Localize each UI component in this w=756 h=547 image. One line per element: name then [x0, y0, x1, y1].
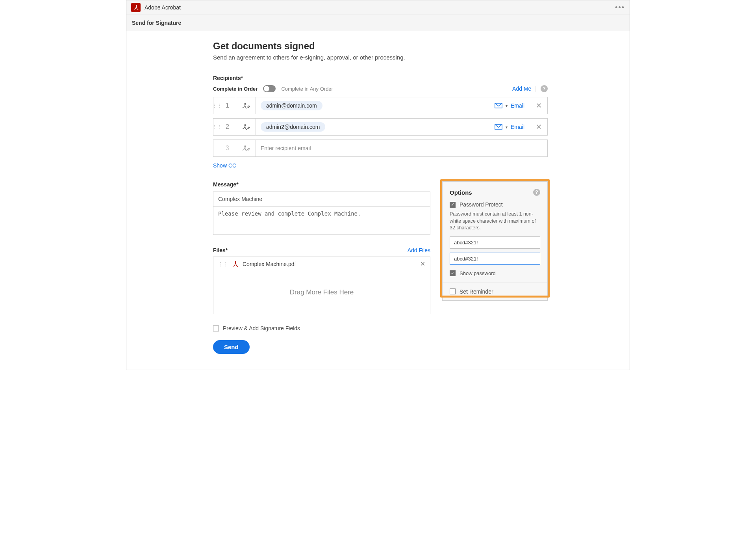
recipient-number: 3 [219, 140, 236, 156]
recipients-help-icon[interactable]: ? [541, 85, 548, 92]
show-password-label: Show password [460, 270, 496, 276]
complete-in-order-label: Complete in Order [213, 86, 258, 92]
files-box: ⋮⋮ Complex Machine.pdf ✕ Drag More Files… [213, 257, 430, 314]
delivery-method-dropdown[interactable]: ▾ Email [489, 119, 530, 135]
recipient-number: 1 [219, 97, 236, 114]
complete-any-order-label: Complete in Any Order [281, 86, 333, 92]
signer-role-icon[interactable] [236, 119, 256, 135]
options-title: Options [450, 189, 472, 196]
recipient-email-input[interactable]: Enter recipient email [256, 140, 547, 156]
envelope-icon [495, 103, 502, 108]
remove-file-icon[interactable]: ✕ [420, 260, 425, 268]
page-subtitle: Send an agreement to others for e-signin… [213, 54, 548, 61]
recipient-email-field[interactable]: admin2@domain.com [256, 119, 489, 135]
chevron-down-icon: ▾ [506, 125, 508, 129]
message-label: Message* [213, 181, 430, 188]
file-row: ⋮⋮ Complex Machine.pdf ✕ [213, 257, 430, 271]
pdf-icon [232, 260, 239, 268]
add-files-link[interactable]: Add Files [408, 247, 430, 253]
signer-role-icon[interactable] [236, 97, 256, 114]
recipient-row-empty: 3 Enter recipient email [213, 140, 548, 157]
page-title: Get documents signed [213, 41, 548, 52]
titlebar: Adobe Acrobat ••• [126, 0, 630, 15]
signer-role-icon[interactable] [236, 140, 256, 156]
envelope-icon [495, 124, 502, 130]
recipient-number: 2 [219, 119, 236, 135]
options-help-icon[interactable]: ? [533, 189, 540, 196]
password-confirm-input[interactable] [450, 253, 540, 265]
preview-label: Preview & Add Signature Fields [223, 325, 300, 331]
recipients-label: Recipients* [213, 75, 548, 81]
send-button[interactable]: Send [213, 340, 250, 354]
drag-handle-icon[interactable]: ⋮⋮ [213, 97, 219, 114]
set-reminder-checkbox[interactable] [450, 288, 456, 294]
password-protect-label: Password Protect [460, 201, 503, 208]
more-menu-icon[interactable]: ••• [615, 4, 625, 12]
chevron-down-icon: ▾ [506, 104, 508, 108]
add-me-link[interactable]: Add Me [512, 86, 531, 92]
preview-checkbox[interactable] [213, 326, 219, 331]
options-panel: Options ? ✓ Password Protect Password mu… [442, 181, 548, 301]
drag-handle-icon[interactable]: ⋮⋮ [218, 261, 228, 267]
show-cc-link[interactable]: Show CC [213, 162, 236, 169]
remove-recipient-icon[interactable]: ✕ [530, 97, 547, 114]
app-title: Adobe Acrobat [145, 4, 181, 11]
set-reminder-label: Set Reminder [460, 288, 493, 295]
recipient-row: ⋮⋮ 2 admin2@domain.com ▾ Email ✕ [213, 118, 548, 136]
delivery-method-dropdown[interactable]: ▾ Email [489, 97, 530, 114]
show-password-checkbox[interactable]: ✓ [450, 270, 456, 276]
subheader: Send for Signature [126, 15, 630, 31]
order-toggle[interactable] [263, 85, 276, 92]
message-body-input[interactable] [213, 207, 430, 235]
files-label: Files* [213, 247, 228, 253]
acrobat-app-icon [131, 3, 141, 12]
message-subject-input[interactable] [213, 192, 430, 207]
drag-handle-icon[interactable]: ⋮⋮ [213, 119, 219, 135]
remove-recipient-icon[interactable]: ✕ [530, 119, 547, 135]
password-protect-checkbox[interactable]: ✓ [450, 202, 456, 208]
file-drop-area[interactable]: Drag More Files Here [213, 271, 430, 314]
recipient-row: ⋮⋮ 1 admin@domain.com ▾ Email ✕ [213, 97, 548, 114]
password-input[interactable] [450, 236, 540, 249]
email-chip[interactable]: admin@domain.com [261, 101, 322, 110]
recipient-email-field[interactable]: admin@domain.com [256, 97, 489, 114]
password-hint: Password must contain at least 1 non-whi… [450, 211, 540, 232]
file-name: Complex Machine.pdf [243, 261, 420, 267]
drag-handle-icon [213, 140, 219, 156]
email-chip[interactable]: admin2@domain.com [261, 122, 325, 132]
